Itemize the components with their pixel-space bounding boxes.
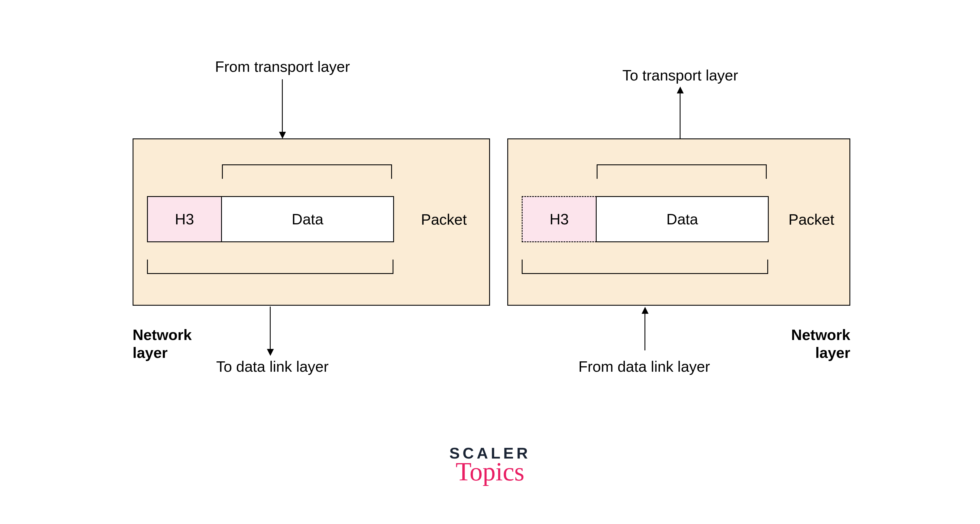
right-header-text: H3 xyxy=(550,210,569,228)
left-top-arrow-head xyxy=(279,132,286,139)
left-header-text: H3 xyxy=(175,210,194,228)
left-bottom-label: To data link layer xyxy=(208,358,337,376)
left-data-text: Data xyxy=(292,210,323,228)
right-top-arrow-line xyxy=(680,93,681,139)
right-data-text: Data xyxy=(667,210,698,228)
left-data-box: Data xyxy=(221,196,394,242)
left-header-box: H3 xyxy=(147,196,222,242)
right-top-arrow-head xyxy=(677,86,684,94)
left-top-arrow-line xyxy=(282,79,283,133)
left-top-bracket xyxy=(222,164,392,179)
right-bottom-bracket xyxy=(522,260,768,274)
left-packet-label: Packet xyxy=(404,210,484,228)
right-top-bracket xyxy=(597,164,767,179)
left-top-label: From transport layer xyxy=(202,58,363,76)
right-layer-label: Network layer xyxy=(784,326,850,362)
logo: SCALER Topics xyxy=(0,444,980,486)
left-layer-label: Network layer xyxy=(133,326,199,362)
right-top-label: To transport layer xyxy=(605,66,755,84)
left-bottom-arrow-line xyxy=(270,307,270,350)
right-bottom-arrow-head xyxy=(642,307,649,314)
right-bottom-arrow-line xyxy=(644,313,645,350)
right-data-box: Data xyxy=(596,196,769,242)
logo-topics: Topics xyxy=(0,457,980,486)
left-bottom-bracket xyxy=(147,260,393,274)
diagram-canvas: From transport layer H3 Data Packet Netw… xyxy=(0,0,980,524)
right-header-box: H3 xyxy=(522,196,597,242)
right-bottom-label: From data link layer xyxy=(565,358,724,376)
left-bottom-arrow-head xyxy=(267,349,274,356)
right-packet-label: Packet xyxy=(778,210,845,228)
